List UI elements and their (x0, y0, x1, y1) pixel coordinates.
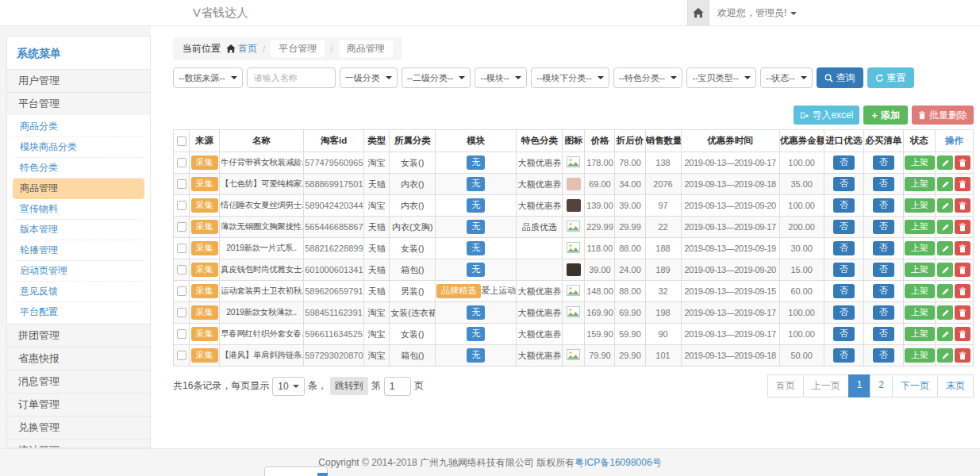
delete-button[interactable] (955, 220, 970, 234)
sidebar-group-5[interactable]: 订单管理 (7, 393, 150, 416)
row-checkbox[interactable] (177, 329, 186, 339)
batch-delete-button[interactable]: 批量删除 (912, 106, 974, 125)
filter-select-6[interactable]: --宝贝类型-- (686, 67, 756, 88)
must-buy-toggle[interactable]: 否 (873, 220, 894, 233)
import-toggle[interactable]: 否 (833, 305, 855, 319)
filter-select-1[interactable]: 一级分类 (340, 67, 398, 88)
must-buy-toggle[interactable]: 否 (873, 155, 894, 169)
sidebar-item-1-1[interactable]: 模块商品分类 (13, 137, 144, 158)
jump-button[interactable]: 跳转到 (330, 377, 368, 395)
add-button[interactable]: + 添加 (863, 106, 908, 125)
status-badge[interactable]: 上架 (905, 241, 935, 255)
must-buy-toggle[interactable]: 否 (873, 263, 894, 276)
delete-button[interactable] (955, 284, 970, 298)
status-badge[interactable]: 上架 (905, 155, 935, 169)
sidebar-group-3[interactable]: 省惠快报 (7, 347, 150, 370)
page-number-input[interactable] (384, 377, 411, 396)
pager-button-2[interactable]: 1 (848, 374, 871, 397)
breadcrumb-home-link[interactable]: 首页 (226, 42, 257, 56)
sidebar-item-1-7[interactable]: 启动页管理 (13, 261, 144, 282)
status-badge[interactable]: 上架 (905, 177, 935, 190)
must-buy-toggle[interactable]: 否 (873, 198, 894, 212)
edit-button[interactable] (937, 155, 953, 170)
import-toggle[interactable]: 否 (833, 284, 855, 298)
must-buy-toggle[interactable]: 否 (873, 327, 894, 340)
edit-button[interactable] (937, 241, 953, 255)
delete-button[interactable] (955, 263, 970, 277)
pager-button-4[interactable]: 下一页 (892, 374, 938, 397)
icp-link[interactable]: 粤ICP备16098006号 (575, 457, 661, 468)
filter-select-7[interactable]: --状态-- (760, 67, 813, 88)
edit-button[interactable] (937, 284, 953, 298)
import-toggle[interactable]: 否 (833, 177, 855, 190)
must-buy-toggle[interactable]: 否 (873, 241, 894, 255)
sidebar-group-2[interactable]: 拼团管理 (7, 324, 150, 347)
filter-select-3[interactable]: --模块-- (475, 67, 527, 88)
must-buy-toggle[interactable]: 否 (873, 305, 894, 319)
import-excel-button[interactable]: 导入excel (794, 106, 859, 125)
import-toggle[interactable]: 否 (833, 348, 855, 362)
breadcrumb-item[interactable]: 平台管理 (271, 40, 325, 57)
filter-select-2[interactable]: --二级分类-- (402, 67, 471, 88)
edit-button[interactable] (937, 327, 953, 341)
pager-button-0[interactable]: 首页 (767, 374, 804, 397)
sidebar-item-1-0[interactable]: 商品分类 (13, 117, 144, 137)
sidebar-item-1-8[interactable]: 意见反馈 (13, 282, 144, 302)
must-buy-toggle[interactable]: 否 (873, 348, 894, 362)
home-button[interactable] (687, 0, 709, 25)
status-badge[interactable]: 上架 (905, 327, 935, 340)
must-buy-toggle[interactable]: 否 (873, 284, 894, 298)
status-badge[interactable]: 上架 (905, 348, 935, 362)
sidebar-group-1[interactable]: 平台管理 (7, 92, 150, 115)
import-toggle[interactable]: 否 (833, 198, 855, 212)
select-all-checkbox[interactable] (177, 136, 186, 146)
sidebar-group-7[interactable]: 统计管理 (7, 439, 150, 448)
import-toggle[interactable]: 否 (833, 263, 855, 276)
row-checkbox[interactable] (177, 265, 186, 274)
status-badge[interactable]: 上架 (905, 263, 935, 276)
row-checkbox[interactable] (177, 179, 186, 189)
sidebar-item-1-2[interactable]: 特色分类 (13, 158, 144, 178)
filter-select-5[interactable]: --特色分类-- (613, 67, 683, 88)
delete-button[interactable] (955, 305, 970, 320)
import-toggle[interactable]: 否 (833, 220, 855, 233)
search-button[interactable]: 查询 (817, 67, 863, 88)
row-checkbox[interactable] (177, 351, 186, 360)
sidebar-group-4[interactable]: 消息管理 (7, 370, 150, 393)
sidebar-item-1-6[interactable]: 轮播管理 (13, 240, 144, 261)
filter-select-0[interactable]: --数据来源-- (173, 67, 243, 88)
import-toggle[interactable]: 否 (833, 155, 855, 169)
pager-button-3[interactable]: 2 (870, 374, 893, 397)
edit-button[interactable] (937, 263, 953, 277)
status-badge[interactable]: 上架 (905, 284, 935, 298)
sidebar-group-6[interactable]: 兑换管理 (7, 416, 150, 439)
delete-button[interactable] (955, 177, 970, 191)
row-checkbox[interactable] (177, 308, 186, 317)
sidebar-item-1-5[interactable]: 版本管理 (13, 220, 144, 240)
edit-button[interactable] (937, 348, 953, 363)
must-buy-toggle[interactable]: 否 (873, 177, 894, 190)
status-badge[interactable]: 上架 (905, 305, 935, 319)
sidebar-item-1-9[interactable]: 平台配置 (13, 302, 144, 322)
row-checkbox[interactable] (177, 158, 186, 167)
sidebar-item-1-4[interactable]: 宣传物料 (13, 199, 144, 220)
edit-button[interactable] (937, 177, 953, 191)
delete-button[interactable] (955, 327, 970, 341)
user-menu[interactable]: 欢迎您，管理员! (717, 0, 797, 25)
per-page-select[interactable]: 10 (272, 377, 304, 396)
row-checkbox[interactable] (177, 286, 186, 296)
row-checkbox[interactable] (177, 244, 186, 253)
pager-button-5[interactable]: 末页 (937, 374, 974, 397)
edit-button[interactable] (937, 198, 953, 213)
row-checkbox[interactable] (177, 222, 186, 232)
status-badge[interactable]: 上架 (905, 198, 935, 212)
edit-button[interactable] (937, 305, 953, 320)
import-toggle[interactable]: 否 (833, 327, 855, 340)
delete-button[interactable] (955, 155, 970, 170)
delete-button[interactable] (955, 198, 970, 213)
import-toggle[interactable]: 否 (833, 241, 855, 255)
breadcrumb-item[interactable]: 商品管理 (339, 40, 393, 57)
pager-button-1[interactable]: 上一页 (803, 374, 849, 397)
reset-button[interactable]: 重置 (867, 67, 914, 88)
name-search-input[interactable] (247, 67, 336, 88)
